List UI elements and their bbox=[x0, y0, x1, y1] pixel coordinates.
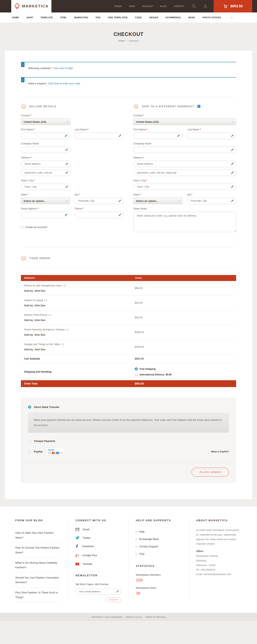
billing-phone-input[interactable] bbox=[75, 212, 124, 218]
product-name[interactable]: iPhone 5s with Headphones Jack × 1 bbox=[24, 284, 135, 287]
product-total: $56.00 bbox=[135, 287, 233, 290]
main-nav-psd[interactable]: PSD bbox=[96, 16, 100, 19]
newsletter-email-input[interactable] bbox=[76, 588, 121, 594]
order-notes-textarea[interactable] bbox=[133, 212, 236, 232]
main-nav-shop[interactable]: SHOP bbox=[26, 16, 33, 19]
product-name[interactable]: Proton Absolute Wordpress Themes × 1 bbox=[24, 328, 135, 331]
address-line: Indonesia - 12345 bbox=[196, 563, 242, 568]
radio-checked-icon[interactable] bbox=[135, 368, 138, 370]
terms-link[interactable]: TERMS OF SERVICES bbox=[145, 616, 166, 618]
login-link[interactable]: Click here to login bbox=[53, 67, 73, 70]
blog-post-link[interactable]: What is So Alluring About Celebrity Fash… bbox=[15, 558, 61, 573]
shipping-street-input[interactable] bbox=[133, 161, 236, 167]
main-nav-template[interactable]: TEMPLATE bbox=[40, 16, 53, 19]
what-is-paypal-link[interactable]: What is PayPal? bbox=[211, 450, 229, 453]
product-seller: Sold by: John Doe bbox=[24, 319, 135, 322]
page-title: CHECKOUT bbox=[0, 31, 257, 37]
shipping-apartment-input[interactable] bbox=[133, 170, 236, 176]
radio-icon[interactable] bbox=[28, 450, 31, 453]
main-nav-home[interactable]: HOME bbox=[12, 16, 19, 19]
billing-country-select[interactable]: United States (US) ▾ bbox=[21, 118, 70, 125]
payment-method-paypal[interactable]: PayPal PayPal VISA MC AMEX DISC What is … bbox=[28, 448, 229, 456]
first-name-label: First Name* bbox=[133, 128, 182, 131]
create-account-checkbox[interactable] bbox=[21, 226, 24, 228]
help-link[interactable]: ▸Contact Support bbox=[136, 543, 182, 550]
social-facebook-link[interactable]: Facebook bbox=[76, 544, 121, 548]
radio-icon[interactable] bbox=[28, 440, 31, 442]
radio-checked-icon[interactable] bbox=[28, 406, 31, 408]
shipping-option-international[interactable]: International Delivery: $5.90 bbox=[135, 373, 233, 376]
signup-button[interactable]: SIGN UP bbox=[106, 598, 121, 602]
blog-post-link[interactable]: How To Choose The Perfect Fashion Store? bbox=[15, 543, 61, 558]
place-order-button[interactable]: PLACE ORDER bbox=[192, 468, 229, 477]
main-nav-ecommerce[interactable]: ECOMMERCE bbox=[166, 16, 181, 19]
address-label: Address* bbox=[21, 156, 70, 159]
coupon-link[interactable]: Click here to enter your code bbox=[48, 82, 80, 85]
top-nav-contact[interactable]: CONTACT bbox=[174, 5, 184, 8]
shipping-last-name-input[interactable] bbox=[187, 132, 236, 139]
layers-icon bbox=[133, 104, 139, 109]
top-nav-pages[interactable]: PAGES bbox=[114, 5, 122, 8]
shipping-zip-input[interactable] bbox=[187, 198, 236, 204]
product-name[interactable]: Women Hold iPhone × 1 bbox=[24, 314, 135, 316]
ship-different-checkbox[interactable]: ✓ bbox=[197, 105, 200, 108]
help-link[interactable]: ▸Help bbox=[136, 528, 182, 535]
logo[interactable]: MARKETICA bbox=[11, 0, 52, 12]
blog-post-link[interactable]: Plus Size Fashion: Is There Such a Thing… bbox=[15, 588, 61, 602]
billing-state-select[interactable]: Select an option... ▾ bbox=[21, 198, 70, 204]
main-nav-muse[interactable]: MUSE bbox=[188, 16, 195, 19]
chevron-down-icon[interactable]: » bbox=[230, 17, 234, 18]
office-label: office: bbox=[196, 550, 242, 552]
breadcrumb-home[interactable]: Home bbox=[118, 40, 125, 42]
shipping-company-input[interactable] bbox=[133, 147, 236, 153]
main-nav-cms-templates[interactable]: CMS TEMPLATES bbox=[108, 16, 128, 19]
top-nav-wishlist[interactable]: WISHLIST bbox=[142, 5, 153, 8]
search-icon[interactable] bbox=[192, 4, 196, 8]
main-nav-marketing[interactable]: MARKETING bbox=[74, 16, 88, 19]
privacy-policy-link[interactable]: PRIVACY POLICY bbox=[126, 616, 142, 618]
top-nav-shop[interactable]: SHOP bbox=[129, 5, 135, 8]
first-name-label: First Name* bbox=[21, 128, 70, 131]
blog-post-link[interactable]: How To Start Your Own Fashion Store? bbox=[15, 528, 61, 543]
shipping-first-name-input[interactable] bbox=[133, 132, 182, 139]
payment-method-cheque[interactable]: Cheque Payment bbox=[28, 440, 229, 442]
bottom-bar: COPYRIGHT © 2013 TOKOPRESS . PRIVACY POL… bbox=[0, 613, 257, 621]
social-email-link[interactable]: Email bbox=[76, 528, 121, 531]
divider bbox=[21, 248, 236, 248]
billing-street-input[interactable] bbox=[21, 161, 70, 167]
product-name[interactable]: Gadget and Things on the Table × 1 bbox=[24, 343, 135, 346]
billing-last-name-input[interactable] bbox=[75, 132, 124, 139]
payment-method-bank[interactable]: Direct Bank Transfer bbox=[28, 406, 229, 408]
zip-label: Zip* bbox=[187, 193, 236, 196]
cart-icon bbox=[223, 4, 228, 9]
shipping-state-select[interactable]: Select an option... ▾ bbox=[133, 198, 182, 204]
user-icon[interactable] bbox=[203, 4, 208, 8]
billing-apartment-input[interactable] bbox=[21, 170, 70, 176]
main-nav-photo-stocks[interactable]: PHOTO STOCKS bbox=[202, 16, 221, 19]
main-nav-design[interactable]: DESIGN bbox=[149, 16, 158, 19]
main-nav-html[interactable]: HTML bbox=[60, 16, 67, 19]
billing-town-input[interactable] bbox=[21, 184, 70, 190]
help-link[interactable]: ▸Knowledge Base bbox=[136, 535, 182, 543]
breadcrumb: Home › Checkout bbox=[0, 40, 257, 42]
cart-button[interactable]: $653.50 bbox=[214, 0, 252, 12]
help-link[interactable]: ▸FAQ bbox=[136, 550, 182, 558]
main-nav-code[interactable]: CODE bbox=[135, 16, 142, 19]
blog-post-link[interactable]: Should You Use Fashion Consultant Servic… bbox=[15, 573, 61, 588]
billing-company-input[interactable] bbox=[21, 147, 70, 153]
pen-icon bbox=[65, 148, 68, 152]
social-googleplus-link[interactable]: g+ Google Plus bbox=[76, 553, 121, 557]
product-name[interactable]: Variant of Laptop × 1 bbox=[24, 299, 135, 302]
social-youtube-link[interactable]: Youtube bbox=[76, 562, 121, 566]
shipping-town-input[interactable] bbox=[133, 184, 236, 190]
billing-first-name-input[interactable] bbox=[21, 132, 70, 139]
shipping-option-free[interactable]: Free Shipping bbox=[135, 368, 233, 370]
radio-icon[interactable] bbox=[135, 373, 138, 376]
top-nav-blog[interactable]: BLOG bbox=[160, 5, 166, 8]
billing-zip-input[interactable] bbox=[75, 198, 124, 204]
billing-email-input[interactable] bbox=[21, 212, 70, 218]
social-twitter-link[interactable]: Twitter bbox=[76, 536, 121, 539]
shipping-country-select[interactable]: United States (US) ▾ bbox=[133, 118, 236, 125]
layers-icon bbox=[21, 104, 26, 109]
select-arrow-icon: ▾ bbox=[232, 121, 234, 123]
